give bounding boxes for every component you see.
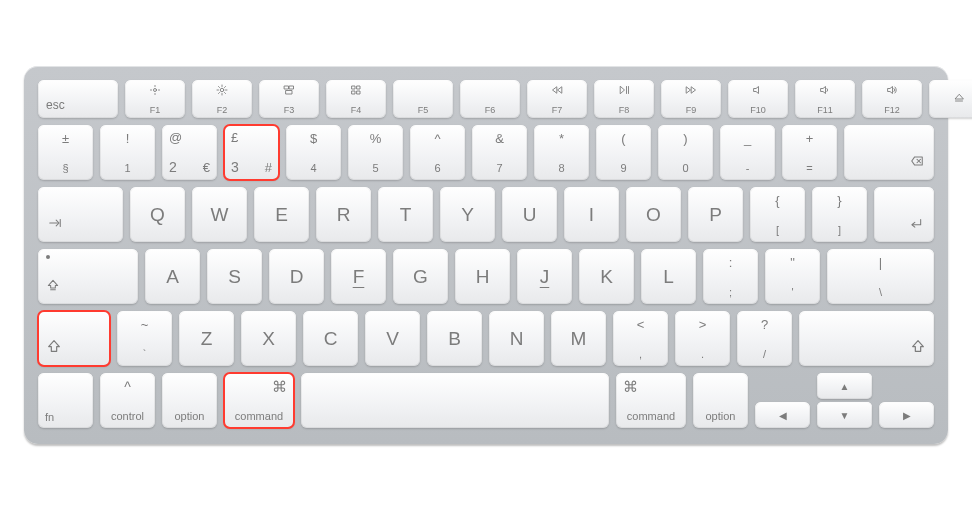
key-t[interactable]: T	[378, 187, 433, 242]
section-key[interactable]: ±§	[38, 125, 93, 180]
right-option-key[interactable]: option	[693, 373, 748, 428]
keyboard: esc F1 F2 F3 F4 F5 F6 F7 F8 F9 F10 F11 F…	[24, 66, 948, 444]
key-x[interactable]: X	[241, 311, 296, 366]
key-6[interactable]: ^6	[410, 125, 465, 180]
key-5[interactable]: %5	[348, 125, 403, 180]
caps-icon	[46, 278, 60, 296]
svg-rect-14	[285, 86, 289, 89]
eject-key[interactable]	[929, 80, 972, 118]
key-d[interactable]: D	[269, 249, 324, 304]
f8-key[interactable]: F8	[594, 80, 654, 118]
key-y[interactable]: Y	[440, 187, 495, 242]
left-command-key[interactable]: ⌘command	[224, 373, 294, 428]
rewind-icon	[527, 84, 587, 99]
f4-key[interactable]: F4	[326, 80, 386, 118]
svg-rect-19	[352, 91, 355, 94]
f11-key[interactable]: F11	[795, 80, 855, 118]
fn-key[interactable]: fn	[38, 373, 93, 428]
key-q[interactable]: Q	[130, 187, 185, 242]
key-p[interactable]: P	[688, 187, 743, 242]
svg-rect-18	[357, 86, 360, 89]
launchpad-icon	[326, 84, 386, 99]
delete-key[interactable]	[844, 125, 934, 180]
equal-key[interactable]: +=	[782, 125, 837, 180]
space-key[interactable]	[301, 373, 609, 428]
key-g[interactable]: G	[393, 249, 448, 304]
minus-key[interactable]: _-	[720, 125, 775, 180]
f7-key[interactable]: F7	[527, 80, 587, 118]
svg-point-5	[220, 88, 224, 92]
key-e[interactable]: E	[254, 187, 309, 242]
key-m[interactable]: M	[551, 311, 606, 366]
key-i[interactable]: I	[564, 187, 619, 242]
arrow-down-key[interactable]: ▼	[817, 402, 872, 428]
key-l[interactable]: L	[641, 249, 696, 304]
key-h[interactable]: H	[455, 249, 510, 304]
key-f[interactable]: F	[331, 249, 386, 304]
caps-lock-key[interactable]	[38, 249, 138, 304]
backtick-key[interactable]: ~`	[117, 311, 172, 366]
rbracket-key[interactable]: }]	[812, 187, 867, 242]
key-o[interactable]: O	[626, 187, 681, 242]
key-n[interactable]: N	[489, 311, 544, 366]
f10-key[interactable]: F10	[728, 80, 788, 118]
f2-key[interactable]: F2	[192, 80, 252, 118]
arrow-right-key[interactable]: ▶	[879, 402, 934, 428]
key-7[interactable]: &7	[472, 125, 527, 180]
key-1[interactable]: !1	[100, 125, 155, 180]
eject-icon	[953, 92, 965, 107]
key-v[interactable]: V	[365, 311, 420, 366]
arrow-left-icon: ◀	[779, 410, 787, 421]
left-shift-key[interactable]	[38, 311, 110, 366]
key-2[interactable]: @2€	[162, 125, 217, 180]
control-key[interactable]: ^control	[100, 373, 155, 428]
esc-key[interactable]: esc	[38, 80, 118, 118]
key-w[interactable]: W	[192, 187, 247, 242]
key-s[interactable]: S	[207, 249, 262, 304]
lbracket-key[interactable]: {[	[750, 187, 805, 242]
semicolon-key[interactable]: :;	[703, 249, 758, 304]
key-b[interactable]: B	[427, 311, 482, 366]
return-key[interactable]	[874, 187, 934, 242]
svg-rect-16	[286, 91, 292, 95]
key-j[interactable]: J	[517, 249, 572, 304]
key-k[interactable]: K	[579, 249, 634, 304]
shift-icon	[910, 338, 926, 358]
tab-key[interactable]	[38, 187, 123, 242]
svg-point-0	[154, 89, 157, 92]
key-3[interactable]: £3#	[224, 125, 279, 180]
ffwd-icon	[661, 84, 721, 99]
key-r[interactable]: R	[316, 187, 371, 242]
key-c[interactable]: C	[303, 311, 358, 366]
f5-key[interactable]: F5	[393, 80, 453, 118]
f3-key[interactable]: F3	[259, 80, 319, 118]
key-z[interactable]: Z	[179, 311, 234, 366]
period-key[interactable]: >.	[675, 311, 730, 366]
left-option-key[interactable]: option	[162, 373, 217, 428]
svg-line-10	[219, 87, 220, 88]
arrow-left-key[interactable]: ◀	[755, 402, 810, 428]
key-0[interactable]: )0	[658, 125, 713, 180]
backslash-key[interactable]: |\	[827, 249, 934, 304]
key-9[interactable]: (9	[596, 125, 651, 180]
slash-key[interactable]: ?/	[737, 311, 792, 366]
f6-key[interactable]: F6	[460, 80, 520, 118]
svg-marker-30	[888, 87, 893, 94]
f1-key[interactable]: F1	[125, 80, 185, 118]
arrow-right-icon: ▶	[903, 410, 911, 421]
quote-key[interactable]: "'	[765, 249, 820, 304]
f12-key[interactable]: F12	[862, 80, 922, 118]
key-4[interactable]: $4	[286, 125, 341, 180]
brightness-up-icon	[192, 84, 252, 99]
arrow-up-key[interactable]: ▲	[817, 373, 872, 399]
f9-key[interactable]: F9	[661, 80, 721, 118]
svg-rect-15	[290, 86, 294, 89]
arrow-down-icon: ▼	[840, 410, 850, 421]
qwerty-row: Q W E R T Y U I O P {[ }]	[38, 187, 934, 242]
right-command-key[interactable]: ⌘command	[616, 373, 686, 428]
right-shift-key[interactable]	[799, 311, 934, 366]
key-8[interactable]: *8	[534, 125, 589, 180]
key-u[interactable]: U	[502, 187, 557, 242]
key-a[interactable]: A	[145, 249, 200, 304]
comma-key[interactable]: <,	[613, 311, 668, 366]
